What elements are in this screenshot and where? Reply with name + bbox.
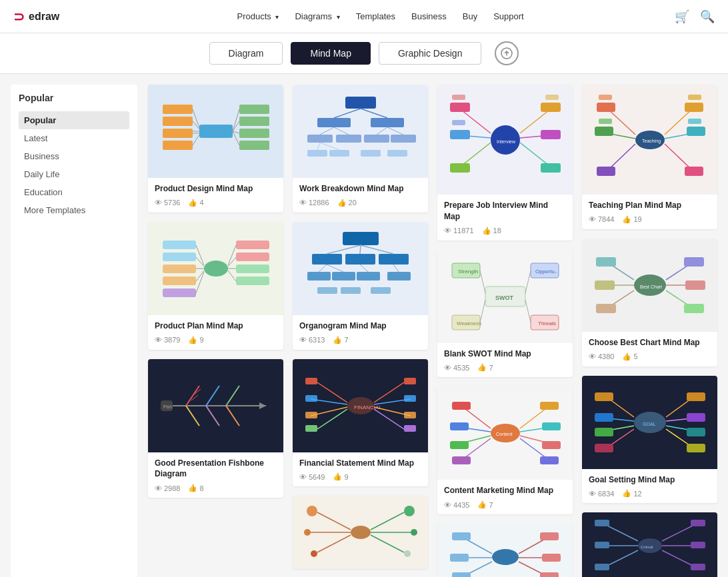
views: 11871 [444,227,474,235]
svg-line-62 [387,127,403,135]
svg-rect-203 [595,281,615,290]
card-meta: 4380 5 [589,352,711,361]
card-teaching-plan[interactable]: Teaching [582,85,717,229]
tab-graphic-design[interactable]: Graphic Design [379,42,482,65]
sidebar-item-popular[interactable]: Popular [19,111,129,129]
card-title: Work Breakdown Mind Map [299,183,421,195]
nav-support[interactable]: Support [493,11,524,21]
likes: 7 [477,363,493,372]
sidebar-item-more-templates[interactable]: More Templates [19,201,129,219]
svg-rect-207 [684,257,704,267]
svg-line-10 [193,135,199,145]
svg-rect-211 [684,304,704,313]
svg-text:Threats: Threats [538,320,556,326]
card-job-interview[interactable]: Interview [437,85,573,241]
svg-rect-76 [307,272,331,281]
svg-rect-133 [452,120,465,125]
svg-rect-215 [595,392,613,401]
likes: 9 [188,336,203,344]
card-meta: 12886 20 [299,199,421,207]
views: 4435 [444,501,469,509]
svg-rect-229 [687,444,705,452]
svg-rect-24 [163,288,196,297]
views: 4535 [444,364,469,372]
svg-rect-223 [687,392,705,401]
upload-button[interactable] [495,41,519,65]
svg-line-89 [317,382,347,402]
sidebar-title: Popular [19,93,129,103]
card-product-plan[interactable]: Product Plan Mind Map 3879 9 [148,222,283,350]
svg-rect-185 [595,127,613,136]
views: 2988 [155,484,180,492]
card-work-breakdown[interactable]: Work Breakdown Mind Map 12886 20 [293,85,428,213]
likes: 8 [188,484,203,492]
tab-diagram[interactable]: Diagram [209,42,283,65]
sidebar-item-latest[interactable]: Latest [19,129,129,147]
svg-line-116 [371,535,404,552]
svg-line-145 [480,271,485,293]
card-title: Product Design Mind Map [155,183,277,195]
svg-line-97 [374,382,404,402]
svg-rect-98 [404,378,416,384]
svg-rect-31 [236,253,269,261]
svg-rect-58 [391,135,416,143]
card-goal-setting[interactable]: GOAL [582,376,717,504]
svg-rect-22 [163,265,196,273]
nav-diagrams[interactable]: Diagrams ▾ [295,11,339,21]
svg-line-147 [525,271,531,293]
card-critical-thinking[interactable]: Critical [582,512,717,577]
card-financial[interactable]: FINANCIAL [293,359,428,487]
card-content-marketing[interactable]: Content [437,386,573,514]
svg-rect-191 [687,127,705,136]
nav-templates[interactable]: Templates [356,11,395,21]
card-title: Teaching Plan Mind Map [589,200,711,211]
svg-line-68 [320,143,339,150]
svg-rect-164 [542,441,561,449]
views: 5649 [299,473,325,481]
views: 6834 [589,490,614,498]
card-best-chart[interactable]: Best Chart [582,239,717,366]
svg-rect-160 [540,402,559,410]
card-meta: 7844 19 [589,215,711,224]
svg-rect-217 [595,413,613,422]
sidebar-item-education[interactable]: Education [19,183,129,201]
svg-rect-5 [163,141,193,150]
card-product-design[interactable]: Product Design Mind Map 5736 4 [148,85,283,213]
sidebar-item-daily-life[interactable]: Daily Life [19,165,129,183]
brand-name: edraw [29,11,59,23]
svg-line-67 [317,143,320,150]
card-col2-bottom[interactable] [293,496,428,569]
nav-buy[interactable]: Buy [463,11,477,21]
cart-icon[interactable]: 🛒 [675,9,689,24]
card-product-execution[interactable]: Product Execution Plan Mind [437,524,573,577]
svg-rect-205 [596,304,616,313]
svg-rect-21 [163,253,196,261]
card-meta: 6834 12 [589,489,711,498]
card-fishbone[interactable]: Fish Good Presentation Fishbone Diagram … [148,359,283,498]
svg-point-105 [351,526,371,539]
svg-line-18 [233,131,239,145]
svg-rect-96 [305,425,317,432]
nav-business[interactable]: Business [411,11,447,21]
card-swot[interactable]: SWOT Strength Weakness Opportu.. Threats [437,250,573,378]
svg-rect-32 [236,265,269,273]
search-icon[interactable]: 🔍 [700,9,715,24]
svg-rect-84 [317,287,337,294]
logo[interactable]: ⊃ edraw [13,9,59,25]
tab-mindmap[interactable]: Mind Map [291,42,370,65]
nav-products[interactable]: Products ▾ [237,11,279,21]
svg-rect-65 [361,150,381,157]
card-organogram[interactable]: Organogram Mind Map 6313 7 [293,222,428,350]
svg-line-60 [334,127,349,135]
sidebar-item-business[interactable]: Business [19,147,129,165]
likes: 5 [622,352,637,361]
svg-rect-14 [239,141,269,150]
svg-rect-85 [341,287,361,294]
svg-rect-90 [305,378,317,384]
svg-rect-225 [687,413,705,422]
svg-line-42 [226,386,239,406]
likes: 9 [333,472,348,481]
views: 7844 [589,215,614,223]
svg-rect-1 [199,125,233,138]
likes: 19 [622,215,641,224]
